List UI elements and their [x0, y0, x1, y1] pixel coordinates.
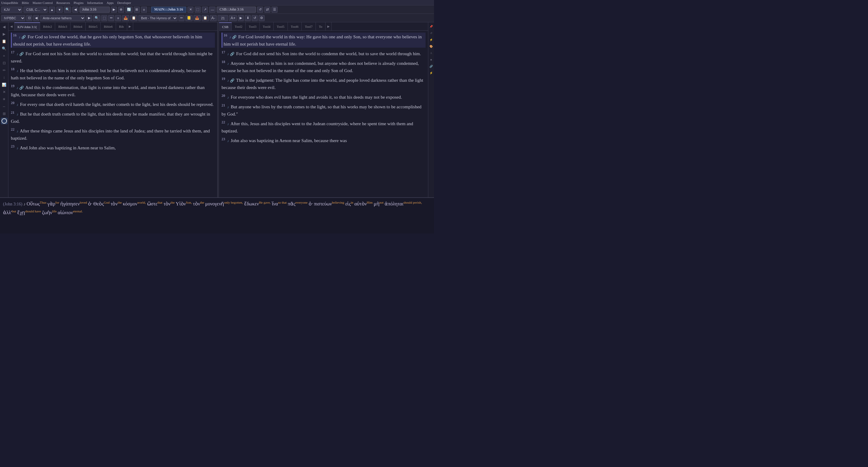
greek-word[interactable]: ἵνα	[272, 201, 278, 206]
download-btn[interactable]: ⬇	[245, 15, 251, 21]
nav-down-btn[interactable]: ▼	[56, 7, 63, 13]
tab-tool2[interactable]: Tool2	[232, 22, 246, 31]
greek-word[interactable]: αἰώνιον	[58, 210, 73, 215]
sidebar-expand-icon[interactable]: ↔	[1, 103, 7, 110]
left-verse-22[interactable]: 22 ♪ After these things came Jesus and h…	[11, 127, 215, 142]
right-verse-18[interactable]: 18 ♪ Anyone who believes in him is not c…	[221, 59, 426, 74]
font-increase-btn[interactable]: A+	[229, 15, 237, 21]
right-verse-22[interactable]: 22 ♪ After this, Jesus and his disciples…	[221, 119, 426, 135]
tab-csb[interactable]: CSB	[219, 22, 232, 31]
menu-apps[interactable]: Apps	[107, 1, 114, 4]
external-btn[interactable]: ⬚	[195, 7, 201, 13]
sidebar-list-icon[interactable]: ≡	[1, 53, 7, 59]
nav-up-btn[interactable]: ▲	[49, 7, 55, 13]
greek-word[interactable]: ὁ·	[88, 201, 92, 206]
greek-word[interactable]: εἰς	[345, 201, 351, 206]
menu-uniquebible[interactable]: UniqueBible	[1, 1, 18, 4]
tab-kjv-john[interactable]: KJV-John 3:1(	[14, 22, 40, 31]
greek-word[interactable]: τὸν	[111, 201, 118, 206]
tab-tool4[interactable]: Tool4	[260, 22, 274, 31]
greek-word[interactable]: ὁ·	[309, 201, 313, 206]
greek-word[interactable]: πᾶς	[288, 201, 296, 206]
rsidebar-link-icon[interactable]: 🔗	[429, 63, 434, 69]
right-verse-20[interactable]: 20 ♪ For everyone who does evil hates th…	[221, 93, 426, 101]
left-tabs-prev-btn[interactable]: ◀	[8, 22, 14, 31]
sidebar-box-icon[interactable]: ⊡	[1, 60, 7, 66]
toolbar2-note-btn[interactable]: 📒	[185, 15, 193, 21]
sidebar-search2-icon[interactable]: 🔍	[1, 45, 7, 52]
toolbar2-filter-btn[interactable]: ≡	[115, 15, 121, 21]
left-verse-21[interactable]: 21 ♪ But he that doeth truth cometh to t…	[11, 110, 215, 125]
sidebar-clipboard-icon[interactable]: 📋	[1, 38, 7, 45]
greek-word[interactable]: ἠγάπησεν	[60, 201, 80, 206]
greek-word[interactable]: αὐτὸν	[354, 201, 367, 206]
rsidebar-lightning-icon[interactable]: ⚡	[429, 70, 434, 76]
next-btn[interactable]: ▶	[111, 7, 117, 13]
toolbar2-icon-btn[interactable]: ⊡	[26, 15, 32, 21]
sidebar-up-icon[interactable]: ◀	[1, 24, 7, 30]
tab-bible4[interactable]: Bible4	[70, 22, 86, 31]
version-select[interactable]: KJV	[1, 7, 22, 13]
commentary-select[interactable]: CSB, C...	[24, 7, 48, 13]
toolbar2-search-btn[interactable]: 🔍	[93, 15, 100, 21]
share-btn[interactable]: ↗	[202, 7, 208, 13]
layout-btn[interactable]: ⊞	[134, 7, 140, 13]
close-main-btn[interactable]: ✕	[187, 7, 193, 13]
greek-word[interactable]: ζωὴν	[42, 210, 52, 215]
rsidebar-bolt-icon[interactable]: ⚡	[429, 37, 434, 43]
greek-word[interactable]: γὰρ	[48, 201, 56, 206]
menu-plugins[interactable]: Plugins	[73, 1, 84, 4]
refresh-btn[interactable]: ↺	[257, 7, 263, 13]
tab-bible5[interactable]: Bible5	[86, 22, 101, 31]
menu-master-control[interactable]: Master Control	[33, 1, 53, 4]
greek-word[interactable]: Οὕτως	[27, 201, 40, 206]
greek-word[interactable]: μὴ	[374, 201, 379, 206]
toolbar2-view-btn[interactable]: ⬚	[101, 15, 107, 21]
left-verse-16[interactable]: 16 ♪ 🔗 For God so loved the world, that …	[11, 33, 215, 48]
hymn-select[interactable]: Bett - The Hymns of	[138, 15, 178, 21]
toolbar2-edit-btn[interactable]: ✏	[108, 15, 114, 21]
tab-bib-more[interactable]: Bib	[116, 22, 127, 31]
tab-tool5[interactable]: Tool5	[274, 22, 288, 31]
sync-btn[interactable]: 🔄	[125, 7, 133, 13]
left-tabs-next-btn[interactable]: ▶	[127, 22, 133, 31]
prev-btn[interactable]: ◀	[72, 7, 79, 13]
greek-word[interactable]: ὥστε	[147, 201, 158, 206]
greek-word[interactable]: Υἱὸν	[176, 201, 186, 206]
left-verse-17[interactable]: 17 ♪ 🔗 For God sent not his Son into the…	[11, 50, 215, 64]
greek-word[interactable]: πιστεύων	[314, 201, 332, 206]
right-tabs-next-btn[interactable]: ▶	[326, 22, 332, 31]
font-decrease-btn[interactable]: A-	[210, 15, 217, 21]
tab-tool6[interactable]: Tool6	[288, 22, 302, 31]
rsidebar-block-icon[interactable]: ■	[429, 57, 434, 63]
toolbar2-file-btn[interactable]: 📋	[130, 15, 137, 21]
left-verse-19[interactable]: 19 ♪ 🔗 And this is the condemnation, tha…	[11, 83, 215, 98]
sidebar-edit2-icon[interactable]: ✏	[1, 67, 7, 74]
toolbar2-pen-btn[interactable]: ✏	[179, 15, 184, 21]
module-select[interactable]: IVPBBC	[1, 15, 25, 21]
tab-tool7[interactable]: Tool7	[302, 22, 316, 31]
sidebar-close-icon[interactable]: ✕	[1, 89, 7, 95]
menu-developer[interactable]: Developer	[117, 1, 131, 4]
crosshair-btn[interactable]: ⊕	[118, 7, 124, 13]
right-verse-17[interactable]: 17 ♪ 🔗 For God did not send his Son into…	[221, 50, 426, 57]
left-verse-18[interactable]: 18 ♪ He that believeth on him is not con…	[11, 66, 215, 82]
greek-word[interactable]: ἀλλ'	[3, 210, 12, 215]
tab-bible2[interactable]: Bible2	[40, 22, 55, 31]
rsidebar-text-icon[interactable]: A	[429, 50, 434, 56]
menu-btn[interactable]: ☰	[272, 7, 278, 13]
left-verse-23[interactable]: 23 ♪ And John also was baptizing in Aeno…	[11, 144, 215, 151]
sidebar-chart-icon[interactable]: 📊	[1, 82, 7, 88]
rsidebar-pin-icon[interactable]: 📌	[429, 24, 434, 30]
right-verse-19[interactable]: 19 ♪ 🔗 This is the judgment: The light h…	[221, 76, 426, 91]
settings2-btn[interactable]: ⚙	[258, 15, 265, 21]
ref-display[interactable]: John 3:16	[80, 7, 110, 13]
menu-bible[interactable]: Bible	[22, 1, 29, 4]
toolbar2-export-btn[interactable]: 📤	[122, 15, 129, 21]
swap-btn[interactable]: ⇄	[264, 7, 270, 13]
sidebar-sun-icon[interactable]: ☀	[1, 96, 7, 103]
menu-resources[interactable]: Resources	[56, 1, 70, 4]
toolbar2-next-btn[interactable]: ▶	[86, 15, 92, 21]
greek-word[interactable]: ἔδωκεν	[244, 201, 259, 206]
play-btn[interactable]: ▶	[238, 15, 244, 21]
